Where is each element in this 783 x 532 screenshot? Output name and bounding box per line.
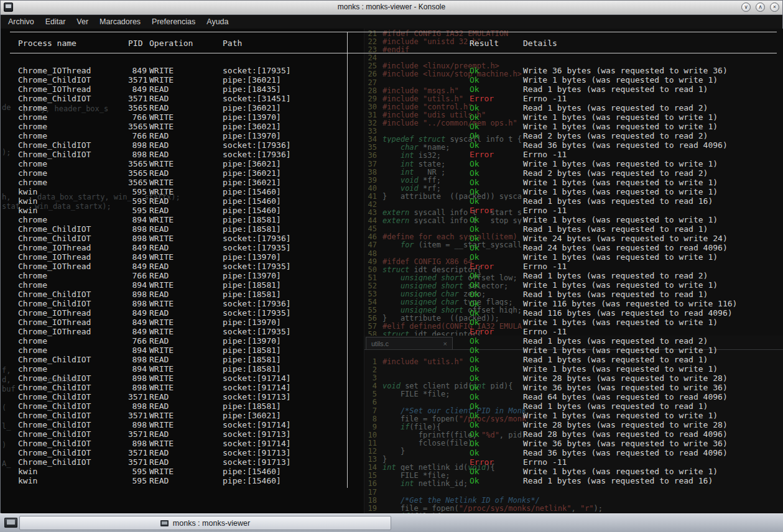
cell-process: Chrome_ChildIOT <box>18 439 128 448</box>
cell-path: socket:[17936] <box>223 234 470 243</box>
menu-item-preferencias[interactable]: Preferencias <box>146 17 201 26</box>
table-row: Chrome_ChildIOT3571WRITEpipe:[36021]OkWr… <box>18 411 781 420</box>
cell-pid: 898 <box>128 224 147 234</box>
cell-details: Errno -11 <box>523 327 781 336</box>
table-header-rule <box>10 53 777 53</box>
cell-details: Read 1 bytes (was requested to read 1) <box>523 355 781 364</box>
cell-process: Chrome_ChildIOT <box>18 374 128 383</box>
table-row: Chrome_ChildIOT898READpipe:[18581]OkRead… <box>18 224 781 234</box>
cell-details: Write 1 bytes (was requested to write 1) <box>523 364 781 374</box>
cell-pid: 894 <box>128 280 147 290</box>
table-row: Chrome_ChildIOT3571READsocket:[91713]OkR… <box>18 429 781 439</box>
cell-path: pipe:[18581] <box>223 280 470 290</box>
menu-item-ver[interactable]: Ver <box>71 17 94 26</box>
cell-op: READ <box>147 85 223 94</box>
menu-item-archivo[interactable]: Archivo <box>2 17 40 26</box>
taskbar-panel: monks : monks-viewer <box>0 513 783 532</box>
cell-op: WRITE <box>147 252 223 262</box>
window-title: monks : monks-viewer - Konsole <box>1 1 782 14</box>
cell-result: Ok <box>470 271 523 280</box>
cell-result: Ok <box>470 224 523 234</box>
cell-process: chrome <box>18 103 128 112</box>
table-row: chrome894WRITEpipe:[18581]OkWrite 1 byte… <box>18 364 781 374</box>
cell-path: socket:[17935] <box>223 66 470 75</box>
cell-path: socket:[31451] <box>223 94 470 103</box>
cell-details: Write 116 bytes (was requested to write … <box>523 299 781 308</box>
menu-item-editar[interactable]: Editar <box>40 17 72 26</box>
table-row: Chrome_IOThread849READpipe:[18435]OkRead… <box>18 85 781 94</box>
table-row: Chrome_IOThread849WRITEpipe:[13970]OkWri… <box>18 252 781 262</box>
terminal-viewport[interactable]: 21#ifdef CONFIG_IA32_EMULATION22#include… <box>1 29 783 513</box>
cell-op: WRITE <box>147 420 223 429</box>
table-row: chrome3565WRITEpipe:[36021]OkWrite 1 byt… <box>18 159 781 168</box>
cell-details: Errno -11 <box>523 150 781 159</box>
close-button[interactable]: × <box>770 2 779 12</box>
cell-op: WRITE <box>147 346 223 355</box>
konsole-window: monks : monks-viewer - Konsole ∨ ∧ × Arc… <box>0 0 783 513</box>
cell-path: pipe:[13970] <box>223 271 470 280</box>
column-header-process: Process name <box>18 39 128 48</box>
table-row: Chrome_IOThread849WRITEpipe:[13970]OkWri… <box>18 318 781 327</box>
cell-path: socket:[17935] <box>223 308 470 318</box>
title-bar[interactable]: monks : monks-viewer - Konsole ∨ ∧ × <box>1 1 782 15</box>
cell-pid: 3571 <box>128 429 147 439</box>
cell-result: Ok <box>470 318 523 327</box>
cell-path: socket:[91714] <box>223 374 470 383</box>
cell-process: chrome <box>18 336 128 346</box>
cell-process: chrome <box>18 131 128 140</box>
cell-result: Ok <box>470 66 523 75</box>
cell-op: WRITE <box>147 66 223 75</box>
cell-details: Write 1 bytes (was requested to write 1) <box>523 467 781 476</box>
cell-result: Ok <box>470 159 523 168</box>
table-body: Chrome_IOThread849WRITEsocket:[17935]OkW… <box>18 66 781 485</box>
cell-op: WRITE <box>147 327 223 336</box>
cell-details: Write 1 bytes (was requested to write 1) <box>523 122 781 131</box>
cell-pid: 898 <box>128 299 147 308</box>
cell-details: Read 28 bytes (was requested to read 409… <box>523 429 781 439</box>
cell-process: Chrome_ChildIOT <box>18 94 128 103</box>
cell-result: Ok <box>470 299 523 308</box>
cell-details: Errno -11 <box>523 262 781 271</box>
cell-result: Ok <box>470 392 523 401</box>
cell-pid: 898 <box>128 420 147 429</box>
cell-result: Error <box>470 262 523 271</box>
cell-op: READ <box>147 103 223 112</box>
cell-result: Ok <box>470 374 523 383</box>
cell-details: Write 1 bytes (was requested to write 1) <box>523 280 781 290</box>
cell-result: Error <box>470 150 523 159</box>
cell-process: Chrome_ChildIOT <box>18 383 128 392</box>
cell-pid: 898 <box>128 374 147 383</box>
cell-result: Ok <box>470 290 523 299</box>
cell-pid: 849 <box>128 66 147 75</box>
menu-item-marcadores[interactable]: Marcadores <box>94 17 146 26</box>
cell-process: Chrome_ChildIOT <box>18 290 128 299</box>
taskbar-task-monks-viewer[interactable]: monks : monks-viewer <box>19 516 391 530</box>
task-label: monks : monks-viewer <box>173 519 250 528</box>
cell-op: WRITE <box>147 439 223 448</box>
cell-process: Chrome_ChildIOT <box>18 411 128 420</box>
cell-op: WRITE <box>147 178 223 187</box>
cell-result: Ok <box>470 122 523 131</box>
table-row: Chrome_IOThread849READsocket:[17935]OkRe… <box>18 308 781 318</box>
cell-details: Errno -11 <box>523 94 781 103</box>
cell-process: Chrome_ChildIOT <box>18 448 128 457</box>
monks-viewer-table: Process namePIDOperationPathResultDetail… <box>1 29 783 513</box>
menu-item-ayuda[interactable]: Ayuda <box>201 17 234 26</box>
shade-button[interactable]: ∨ <box>741 2 751 12</box>
cell-op: WRITE <box>147 411 223 420</box>
cell-process: chrome <box>18 159 128 168</box>
cell-process: Chrome_ChildIOT <box>18 224 128 234</box>
cell-op: WRITE <box>147 122 223 131</box>
cell-process: Chrome_ChildIOT <box>18 392 128 401</box>
cell-process: Chrome_IOThread <box>18 262 128 271</box>
maximize-button[interactable]: ∧ <box>756 2 765 12</box>
cell-op: WRITE <box>147 318 223 327</box>
cell-path: pipe:[18581] <box>223 364 470 374</box>
cell-path: pipe:[13970] <box>223 252 470 262</box>
table-row: chrome3565WRITEpipe:[36021]OkWrite 1 byt… <box>18 178 781 187</box>
table-row: Chrome_ChildIOT3571READsocket:[91713]OkR… <box>18 448 781 457</box>
show-desktop-icon[interactable] <box>4 518 17 528</box>
cell-result: Ok <box>470 140 523 150</box>
cell-result: Ok <box>470 467 523 476</box>
cell-result: Error <box>470 206 523 215</box>
